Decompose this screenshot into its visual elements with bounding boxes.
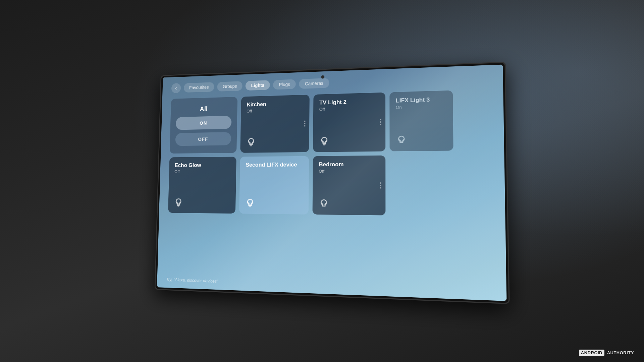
tv-light-2-bulb-icon xyxy=(319,136,330,147)
back-icon: ‹ xyxy=(175,85,177,91)
lifx-light-3-card-status: On xyxy=(396,104,446,110)
kitchen-card-title: Kitchen xyxy=(247,100,304,108)
tv-light-2-device-card[interactable]: TV Light 2 Off xyxy=(313,93,385,152)
bedroom-dots-menu[interactable] xyxy=(380,182,381,188)
dot2 xyxy=(380,185,381,186)
all-card-buttons: ON OFF xyxy=(175,116,231,146)
svg-rect-5 xyxy=(177,206,179,206)
lifx-light-3-card-top: LIFX Light 3 On xyxy=(396,96,446,110)
bedroom-card-status: Off xyxy=(319,169,379,174)
kitchen-bulb-icon xyxy=(246,137,256,147)
tv-light-2-card-bottom xyxy=(319,135,379,146)
device-grid: All ON OFF Kitchen Off xyxy=(168,89,494,217)
svg-rect-7 xyxy=(249,207,251,207)
echo-glow-card-top: Echo Glow Off xyxy=(174,162,231,174)
alexa-smart-home-ui: ‹ Favourites Groups Lights Plugs Cameras… xyxy=(157,65,506,301)
watermark: ANDROID AUTHORITY xyxy=(579,350,634,355)
kitchen-dots-menu[interactable] xyxy=(304,120,305,126)
bedroom-bulb-icon xyxy=(318,198,329,209)
echo-glow-device-card[interactable]: Echo Glow Off xyxy=(168,157,236,214)
tv-light-2-card-top: TV Light 2 Off xyxy=(319,98,379,112)
tv-light-2-dots-menu[interactable] xyxy=(380,119,381,125)
lifx-light-3-card-bottom xyxy=(396,134,447,146)
back-button[interactable]: ‹ xyxy=(171,83,181,94)
tab-plugs[interactable]: Plugs xyxy=(273,79,296,89)
dot1 xyxy=(380,182,381,184)
monitor-bezel: ‹ Favourites Groups Lights Plugs Cameras… xyxy=(157,65,506,301)
second-lifx-card-title: Second LIFX device xyxy=(246,162,303,169)
kitchen-card-top: Kitchen Off xyxy=(247,100,304,114)
all-off-button[interactable]: OFF xyxy=(175,132,231,146)
bedroom-card-top: Bedroom Off xyxy=(319,161,379,174)
monitor-screen: ‹ Favourites Groups Lights Plugs Cameras… xyxy=(157,65,506,301)
second-lifx-bulb-icon xyxy=(245,198,255,209)
svg-rect-6 xyxy=(249,206,252,206)
dot3 xyxy=(380,187,381,188)
bedroom-card-bottom xyxy=(318,198,379,210)
tab-groups[interactable]: Groups xyxy=(217,81,243,92)
tv-light-2-card-status: Off xyxy=(319,105,379,112)
second-lifx-card-bottom xyxy=(245,198,303,209)
echo-glow-card-bottom xyxy=(173,197,230,208)
monitor-frame: ‹ Favourites Groups Lights Plugs Cameras… xyxy=(155,62,510,304)
svg-rect-0 xyxy=(250,145,253,145)
dot1 xyxy=(304,120,306,122)
dot3 xyxy=(304,125,305,126)
echo-glow-card-status: Off xyxy=(174,169,230,174)
svg-rect-2 xyxy=(323,144,326,145)
second-lifx-device-card[interactable]: Second LIFX device xyxy=(239,156,309,215)
lifx-light-3-bulb-icon xyxy=(396,135,407,146)
echo-glow-card-title: Echo Glow xyxy=(174,162,230,169)
lifx-light-3-card-title: LIFX Light 3 xyxy=(396,96,446,104)
kitchen-card-bottom xyxy=(246,136,303,147)
tab-cameras[interactable]: Cameras xyxy=(299,78,329,89)
kitchen-card-status: Off xyxy=(247,107,304,114)
all-devices-card[interactable]: All ON OFF xyxy=(170,97,237,154)
watermark-android: ANDROID xyxy=(579,350,604,356)
watermark-authority: AUTHORITY xyxy=(607,350,634,355)
discover-hint: Try, "Alexa, discover devices" xyxy=(166,277,218,284)
all-card-title: All xyxy=(200,105,208,113)
dot3 xyxy=(380,124,381,125)
bedroom-card-title: Bedroom xyxy=(319,161,379,168)
dot2 xyxy=(380,121,381,122)
all-on-button[interactable]: ON xyxy=(176,116,232,130)
svg-rect-4 xyxy=(177,205,179,206)
bedroom-device-card[interactable]: Bedroom Off xyxy=(313,156,386,216)
navigation-bar: ‹ Favourites Groups Lights Plugs Cameras xyxy=(171,72,492,93)
svg-rect-3 xyxy=(323,145,325,145)
tab-lights[interactable]: Lights xyxy=(246,80,270,90)
tab-favourites[interactable]: Favourites xyxy=(184,82,214,93)
echo-glow-bulb-icon xyxy=(173,197,183,208)
lifx-light-3-device-card[interactable]: LIFX Light 3 On xyxy=(389,90,453,152)
svg-rect-1 xyxy=(250,146,252,146)
dot2 xyxy=(304,123,306,124)
second-lifx-card-top: Second LIFX device xyxy=(246,162,303,169)
kitchen-device-card[interactable]: Kitchen Off xyxy=(240,95,310,153)
tv-light-2-card-title: TV Light 2 xyxy=(319,98,379,106)
dot1 xyxy=(380,119,381,120)
